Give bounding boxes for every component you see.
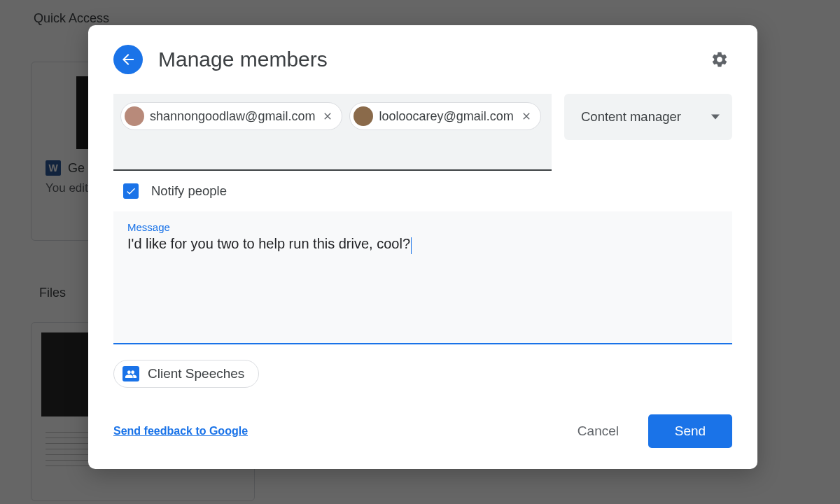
shared-drive-name: Client Speeches [148, 366, 244, 382]
person-chip: shannongoodlaw@gmail.com [120, 102, 342, 130]
people-input[interactable]: shannongoodlaw@gmail.comlooloocarey@gmai… [113, 94, 552, 171]
manage-members-dialog: Manage members shannongoodlaw@gmail.coml… [88, 25, 757, 469]
close-icon [521, 111, 532, 122]
chip-remove-button[interactable] [519, 109, 533, 123]
feedback-link[interactable]: Send feedback to Google [113, 425, 248, 438]
role-dropdown[interactable]: Content manager [564, 94, 732, 140]
avatar [125, 106, 144, 126]
dialog-footer: Send feedback to Google Cancel Send [113, 414, 732, 448]
avatar [354, 106, 373, 126]
send-button[interactable]: Send [648, 414, 732, 448]
message-input[interactable]: Message I'd like for you two to help run… [113, 211, 732, 344]
gear-icon [710, 50, 729, 69]
notify-checkbox[interactable] [123, 183, 139, 199]
chip-email: looloocarey@gmail.com [379, 109, 513, 124]
notify-row: Notify people [123, 183, 732, 199]
shared-drive-chip[interactable]: Client Speeches [113, 360, 259, 388]
message-field-label: Message [127, 221, 718, 233]
arrow-left-icon [120, 51, 136, 68]
chip-email: shannongoodlaw@gmail.com [150, 109, 315, 124]
cancel-button[interactable]: Cancel [558, 414, 638, 448]
check-icon [125, 186, 136, 197]
notify-label: Notify people [151, 183, 227, 199]
person-chip: looloocarey@gmail.com [349, 102, 540, 130]
role-dropdown-label: Content manager [581, 109, 681, 125]
chip-remove-button[interactable] [321, 109, 335, 123]
close-icon [322, 111, 333, 122]
dialog-title: Manage members [158, 48, 692, 71]
members-row: shannongoodlaw@gmail.comlooloocarey@gmai… [113, 94, 732, 171]
settings-button[interactable] [707, 47, 732, 72]
text-cursor [411, 237, 412, 254]
message-text: I'd like for you two to help run this dr… [127, 236, 410, 252]
dialog-header: Manage members [113, 45, 732, 74]
chevron-down-icon [711, 113, 720, 121]
shared-drive-icon [122, 366, 139, 382]
back-button[interactable] [113, 45, 143, 74]
